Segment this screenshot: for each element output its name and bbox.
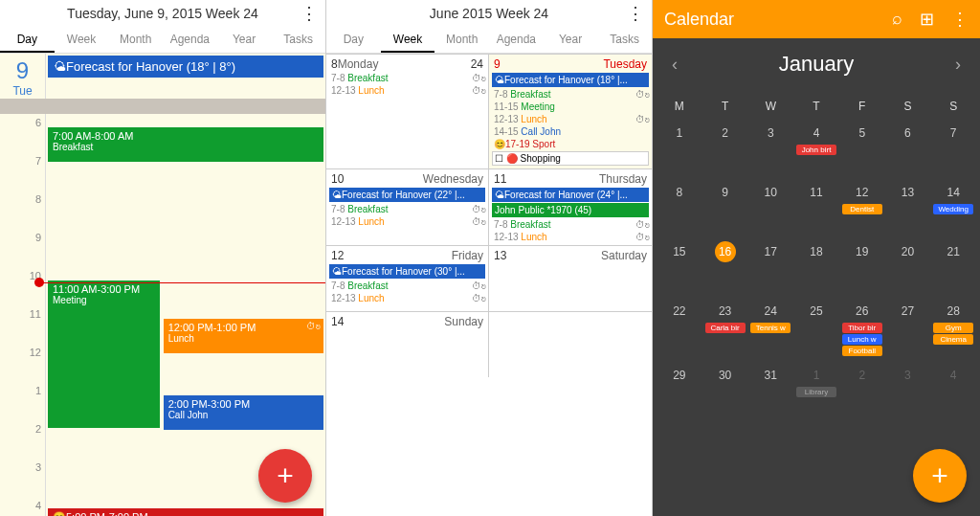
event-badge[interactable]: Lunch w bbox=[842, 334, 882, 345]
month-day-cell[interactable]: 30 bbox=[702, 361, 748, 420]
week-event[interactable]: 11-15 Meeting bbox=[492, 101, 649, 113]
weather-forecast[interactable]: 🌤Forecast for Hanover (18° | 8°) bbox=[48, 56, 323, 78]
month-day-cell[interactable]: 9 bbox=[702, 178, 748, 237]
week-event[interactable]: 12-13 Lunch⏱↻ bbox=[329, 215, 485, 228]
month-day-cell[interactable]: 31 bbox=[747, 361, 793, 420]
tab-month[interactable]: Month bbox=[108, 27, 163, 53]
search-icon[interactable]: ⌕ bbox=[892, 9, 902, 30]
event-sport[interactable]: 😊5:00 PM-7:00 PM Sport bbox=[48, 508, 323, 516]
tab-agenda[interactable]: Agenda bbox=[489, 27, 544, 53]
overflow-menu-icon[interactable]: ⋮ bbox=[627, 3, 644, 24]
month-day-cell[interactable]: 24Tennis w bbox=[747, 297, 793, 361]
week-event[interactable]: ☐ 🔴 Shopping bbox=[492, 151, 649, 166]
month-day-cell[interactable]: 12Dentist bbox=[839, 178, 885, 237]
overflow-menu-icon[interactable]: ⋮ bbox=[301, 3, 318, 24]
month-day-cell[interactable]: 2 bbox=[839, 361, 885, 420]
tab-week[interactable]: Week bbox=[55, 27, 109, 53]
week-event[interactable]: 12-13 Lunch⏱↻ bbox=[329, 84, 485, 97]
tab-day[interactable]: Day bbox=[326, 27, 381, 53]
month-day-cell[interactable]: 1 bbox=[657, 119, 702, 178]
month-day-cell[interactable]: 15 bbox=[657, 237, 702, 297]
week-event[interactable]: 7-8 Breakfast⏱↻ bbox=[329, 203, 485, 215]
add-event-button[interactable]: + bbox=[258, 449, 312, 503]
tab-tasks[interactable]: Tasks bbox=[597, 27, 652, 53]
week-event[interactable]: 7-8 Breakfast⏱↻ bbox=[329, 72, 485, 84]
event-badge[interactable]: Carla bir bbox=[705, 323, 746, 333]
event-badge[interactable]: John birt bbox=[796, 145, 836, 155]
month-day-cell[interactable]: 10 bbox=[747, 178, 793, 237]
month-day-cell[interactable]: 5 bbox=[839, 119, 885, 178]
month-day-cell[interactable]: 18 bbox=[793, 237, 839, 297]
month-day-cell[interactable]: 8 bbox=[657, 178, 702, 237]
grid-view-icon[interactable]: ⊞ bbox=[920, 9, 934, 30]
month-day-cell[interactable]: 1Library bbox=[793, 361, 839, 420]
week-event[interactable]: 7-8 Breakfast⏱↻ bbox=[329, 280, 485, 292]
event-badge[interactable]: Library bbox=[796, 387, 836, 397]
month-day-cell[interactable]: 20 bbox=[885, 237, 931, 297]
event-badge[interactable]: Tennis w bbox=[750, 323, 791, 333]
event-call[interactable]: 2:00 PM-3:00 PM Call John bbox=[164, 395, 323, 430]
month-day-cell[interactable]: 23Carla bir bbox=[702, 297, 748, 361]
month-day-cell[interactable]: 14Wedding bbox=[930, 178, 976, 237]
month-day-cell[interactable]: 11 bbox=[793, 178, 839, 237]
month-day-cell[interactable]: 13 bbox=[885, 178, 931, 237]
event-lunch[interactable]: ⏱↻ 12:00 PM-1:00 PM Lunch bbox=[164, 319, 323, 353]
week-day-cell[interactable]: 12 Friday🌤Forecast for Hanover (30° |...… bbox=[326, 246, 489, 311]
week-day-cell[interactable]: 8 Monday247-8 Breakfast⏱↻12-13 Lunch⏱↻ bbox=[326, 55, 489, 168]
next-month-button[interactable]: › bbox=[955, 55, 961, 75]
month-day-cell[interactable]: 29 bbox=[657, 361, 702, 420]
tab-tasks[interactable]: Tasks bbox=[271, 27, 325, 53]
month-day-cell[interactable]: 7 bbox=[930, 119, 976, 178]
tab-month[interactable]: Month bbox=[434, 27, 489, 53]
month-day-cell[interactable]: 28GymCinema bbox=[930, 297, 976, 361]
week-day-cell[interactable]: 9 Tuesday🌤Forecast for Hanover (18° |...… bbox=[489, 55, 652, 168]
event-badge[interactable]: Football bbox=[842, 346, 882, 356]
overflow-menu-icon[interactable]: ⋮ bbox=[951, 9, 969, 30]
weather-forecast[interactable]: 🌤Forecast for Hanover (22° |... bbox=[329, 188, 485, 202]
week-day-cell[interactable]: 11 Thursday🌤Forecast for Hanover (24° |.… bbox=[489, 169, 652, 245]
month-day-cell[interactable]: 26Tibor birLunch wFootball bbox=[839, 297, 885, 361]
month-day-cell[interactable]: 16 bbox=[702, 237, 748, 297]
week-event[interactable]: 😊17-19 Sport bbox=[492, 138, 649, 150]
app-title: Calendar bbox=[664, 10, 734, 30]
week-event[interactable]: 14-15 Call John bbox=[492, 125, 649, 138]
month-day-cell[interactable]: 3 bbox=[747, 119, 793, 178]
month-day-cell[interactable]: 2 bbox=[702, 119, 748, 178]
month-day-cell[interactable]: 4 bbox=[930, 361, 976, 420]
event-badge[interactable]: Wedding bbox=[933, 204, 973, 214]
month-day-cell[interactable]: 17 bbox=[747, 237, 793, 297]
month-day-cell[interactable]: 6 bbox=[885, 119, 931, 178]
weather-forecast[interactable]: 🌤Forecast for Hanover (18° |... bbox=[492, 73, 649, 87]
weather-forecast[interactable]: 🌤Forecast for Hanover (30° |... bbox=[329, 264, 485, 279]
month-day-cell[interactable]: 27 bbox=[885, 297, 931, 361]
week-event[interactable]: 7-8 Breakfast⏱↻ bbox=[492, 218, 649, 231]
add-event-button[interactable]: + bbox=[913, 449, 967, 503]
week-event[interactable]: 12-13 Lunch⏱↻ bbox=[329, 292, 485, 304]
week-day-cell[interactable]: 13 Saturday bbox=[489, 246, 652, 311]
week-event[interactable]: 12-13 Lunch⏱↻ bbox=[492, 113, 649, 125]
event-breakfast[interactable]: 7:00 AM-8:00 AM Breakfast bbox=[48, 127, 323, 162]
month-day-cell[interactable]: 21 bbox=[930, 237, 976, 297]
event-badge[interactable]: Dentist bbox=[842, 204, 882, 214]
event-badge[interactable]: Gym bbox=[933, 323, 973, 333]
month-day-cell[interactable]: 19 bbox=[839, 237, 885, 297]
weather-forecast[interactable]: 🌤Forecast for Hanover (24° |... bbox=[492, 188, 649, 202]
tab-agenda[interactable]: Agenda bbox=[163, 27, 217, 53]
month-day-cell[interactable]: 4John birt bbox=[793, 119, 839, 178]
tab-year[interactable]: Year bbox=[544, 27, 598, 53]
tab-week[interactable]: Week bbox=[381, 27, 435, 53]
month-day-cell[interactable]: 22 bbox=[657, 297, 702, 361]
birthday-event[interactable]: John Public *1970 (45) bbox=[492, 203, 649, 217]
month-day-cell[interactable]: 25 bbox=[793, 297, 839, 361]
event-meeting[interactable]: 11:00 AM-3:00 PM Meeting bbox=[48, 280, 160, 428]
tab-day[interactable]: Day bbox=[0, 27, 55, 53]
prev-month-button[interactable]: ‹ bbox=[672, 55, 678, 75]
month-day-cell[interactable]: 3 bbox=[885, 361, 931, 420]
week-event[interactable]: 12-13 Lunch⏱↻ bbox=[492, 231, 649, 243]
tab-year[interactable]: Year bbox=[217, 27, 272, 53]
event-badge[interactable]: Tibor bir bbox=[842, 323, 882, 333]
week-event[interactable]: 7-8 Breakfast⏱↻ bbox=[492, 88, 649, 101]
week-day-cell[interactable]: 14 Sunday bbox=[326, 312, 489, 377]
week-day-cell[interactable]: 10 Wednesday🌤Forecast for Hanover (22° |… bbox=[326, 169, 489, 245]
event-badge[interactable]: Cinema bbox=[933, 334, 973, 345]
